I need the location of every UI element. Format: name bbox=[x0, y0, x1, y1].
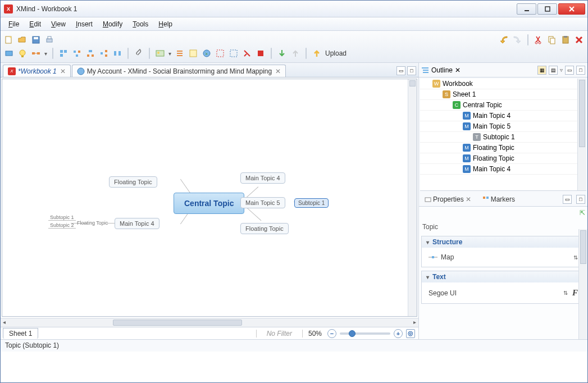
node-float-mini[interactable]: Floating Topic bbox=[77, 220, 108, 226]
upload-icon[interactable] bbox=[312, 48, 322, 58]
list-icon[interactable] bbox=[175, 48, 185, 58]
layout4-icon[interactable] bbox=[99, 48, 109, 58]
tab-markers[interactable]: Markers bbox=[479, 194, 518, 204]
idea-icon[interactable] bbox=[17, 48, 28, 58]
menu-help[interactable]: Help bbox=[154, 19, 177, 29]
node-left-main4[interactable]: Main Topic 4 bbox=[115, 218, 159, 229]
up-arrow-icon[interactable] bbox=[290, 48, 300, 58]
outline-tree[interactable]: WWorkbookSSheet 1CCentral TopicMMain Top… bbox=[420, 79, 586, 191]
node-subtopic1[interactable]: Subtopic 1 bbox=[294, 198, 329, 208]
outline-row[interactable]: MFloating Topic bbox=[420, 153, 586, 164]
outline-vscroll[interactable] bbox=[577, 79, 586, 190]
maximize-pane-icon[interactable]: □ bbox=[407, 66, 416, 75]
outline-max-icon[interactable]: □ bbox=[576, 66, 585, 75]
canvas-vscroll[interactable] bbox=[408, 79, 417, 316]
new-icon[interactable] bbox=[4, 35, 14, 45]
node-floating3[interactable]: Floating Topic bbox=[240, 223, 289, 234]
menu-tools[interactable]: Tools bbox=[128, 19, 153, 29]
minimize-button[interactable] bbox=[517, 3, 536, 15]
attach-icon[interactable] bbox=[134, 48, 144, 58]
node-left-sub1[interactable]: Subtopic 1 bbox=[48, 215, 76, 221]
zoom-fit-button[interactable]: ◎ bbox=[406, 329, 415, 338]
outline-menu-icon[interactable]: ▿ bbox=[560, 67, 563, 73]
outline-row[interactable]: MFloating Topic bbox=[420, 143, 586, 153]
node-floating1[interactable]: Floating Topic bbox=[109, 176, 157, 188]
tab-close-icon[interactable]: ✕ bbox=[275, 67, 281, 75]
menu-file[interactable]: File bbox=[4, 19, 24, 29]
marker3-icon[interactable] bbox=[242, 48, 252, 58]
outline-opt1-icon[interactable]: ▦ bbox=[537, 66, 546, 75]
tab-close-icon[interactable]: ✕ bbox=[466, 195, 471, 203]
cut-icon[interactable] bbox=[534, 35, 544, 45]
outline-row[interactable]: MMain Topic 4 bbox=[420, 111, 586, 121]
font-style-icon[interactable]: F bbox=[572, 288, 578, 298]
tab-myaccount[interactable]: My Account - XMind - Social Brainstormin… bbox=[72, 65, 286, 77]
delete-icon[interactable] bbox=[574, 35, 584, 45]
tab-properties[interactable]: Properties✕ bbox=[421, 194, 475, 204]
undo-icon[interactable] bbox=[499, 35, 509, 45]
tool-a-icon[interactable] bbox=[4, 48, 14, 58]
zoom-slider[interactable] bbox=[340, 332, 390, 335]
mindmap-canvas[interactable]: Central Topic Main Topic 4 Main Topic 5 … bbox=[2, 79, 417, 317]
outline-row[interactable]: TSubtopic 1 bbox=[420, 132, 586, 143]
outline-row[interactable]: CCentral Topic bbox=[420, 100, 586, 111]
structure-dropdown-icon[interactable]: ⇅ bbox=[573, 254, 578, 261]
marker2-icon[interactable] bbox=[229, 48, 239, 58]
outline-close-icon[interactable]: ✕ bbox=[455, 66, 461, 74]
menu-edit[interactable]: Edit bbox=[25, 19, 45, 29]
stop-icon[interactable] bbox=[256, 48, 266, 58]
web-icon[interactable] bbox=[202, 48, 212, 58]
node-left-sub2[interactable]: Subtopic 2 bbox=[48, 222, 76, 229]
canvas-hscroll[interactable]: ◂▸ bbox=[1, 318, 418, 327]
tab-workbook1[interactable]: X *Workbook 1 ✕ bbox=[3, 65, 71, 77]
font-value[interactable]: Segoe UI bbox=[429, 289, 457, 297]
open-icon[interactable] bbox=[17, 35, 28, 45]
menu-insert[interactable]: Insert bbox=[71, 19, 97, 29]
note-icon[interactable] bbox=[188, 48, 198, 58]
structure-header[interactable]: ▾Structure bbox=[422, 236, 585, 248]
layout3-icon[interactable] bbox=[85, 48, 95, 58]
node-central[interactable]: Central Topic bbox=[174, 193, 244, 214]
outline-opt2-icon[interactable]: ▤ bbox=[549, 66, 558, 75]
marker1-icon[interactable] bbox=[215, 48, 225, 58]
layout1-icon[interactable] bbox=[58, 48, 69, 58]
svg-rect-40 bbox=[156, 51, 164, 56]
maximize-button[interactable] bbox=[537, 3, 557, 15]
outline-row[interactable]: MMain Topic 4 bbox=[420, 164, 586, 175]
menu-view[interactable]: View bbox=[47, 19, 70, 29]
minimize-pane-icon[interactable]: ▭ bbox=[396, 66, 405, 75]
prop-max-icon[interactable]: □ bbox=[576, 195, 585, 204]
layout5-icon[interactable] bbox=[112, 48, 122, 58]
print-icon[interactable] bbox=[44, 35, 54, 45]
tool-c-icon[interactable] bbox=[31, 48, 41, 58]
outline-min-icon[interactable]: ▭ bbox=[565, 66, 574, 75]
filter-status[interactable]: No Filter bbox=[256, 330, 303, 338]
outline-row[interactable]: MMain Topic 5 bbox=[420, 121, 586, 132]
upload-label[interactable]: Upload bbox=[325, 49, 347, 57]
down-arrow-icon[interactable] bbox=[277, 48, 287, 58]
node-main5[interactable]: Main Topic 5 bbox=[240, 197, 285, 208]
pin-icon[interactable]: ⇱ bbox=[580, 209, 585, 217]
font-dropdown-icon[interactable]: ⇅ bbox=[563, 290, 568, 296]
text-header[interactable]: ▾Text bbox=[422, 271, 585, 282]
paste-icon[interactable] bbox=[560, 35, 571, 45]
svg-rect-52 bbox=[423, 70, 429, 71]
layout2-icon[interactable] bbox=[72, 48, 82, 58]
copy-icon[interactable] bbox=[547, 35, 557, 45]
redo-icon[interactable] bbox=[512, 35, 522, 45]
outline-row[interactable]: WWorkbook bbox=[420, 79, 586, 89]
zoom-in-button[interactable]: + bbox=[394, 329, 403, 338]
prop-min-icon[interactable]: ▭ bbox=[563, 195, 572, 204]
tab-close-icon[interactable]: ✕ bbox=[60, 67, 66, 75]
prop-vscroll[interactable] bbox=[578, 229, 587, 339]
close-button[interactable] bbox=[558, 3, 585, 15]
image-icon[interactable] bbox=[155, 48, 165, 58]
sheet-tab[interactable]: Sheet 1 bbox=[3, 328, 38, 339]
menu-modify[interactable]: Modify bbox=[98, 19, 127, 29]
structure-value[interactable]: Map bbox=[441, 253, 454, 261]
zoom-out-button[interactable]: − bbox=[327, 329, 336, 338]
outline-row[interactable]: SSheet 1 bbox=[420, 89, 586, 100]
node-main4[interactable]: Main Topic 4 bbox=[240, 172, 285, 184]
save-icon[interactable] bbox=[31, 35, 41, 45]
svg-rect-47 bbox=[217, 50, 224, 57]
